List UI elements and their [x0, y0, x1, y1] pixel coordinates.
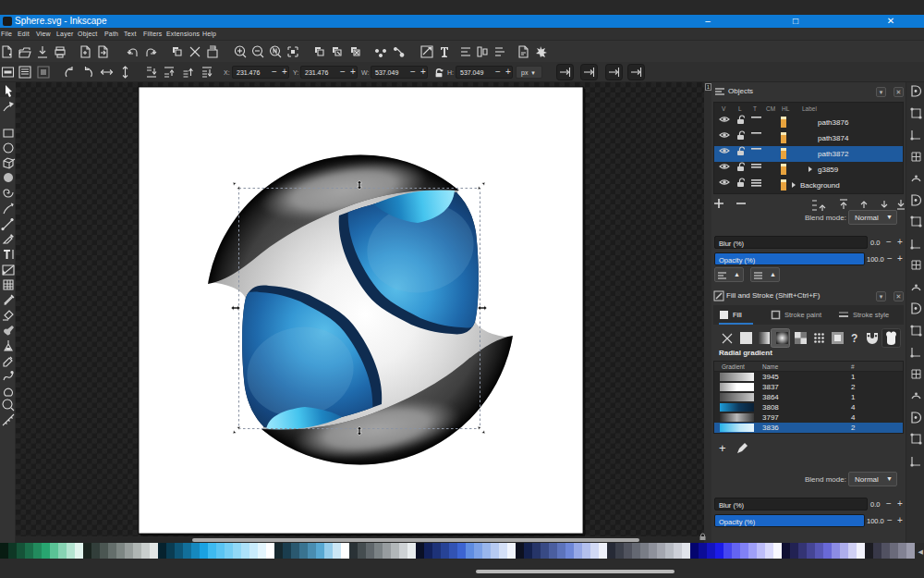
svg-text:?: ?	[851, 332, 857, 345]
